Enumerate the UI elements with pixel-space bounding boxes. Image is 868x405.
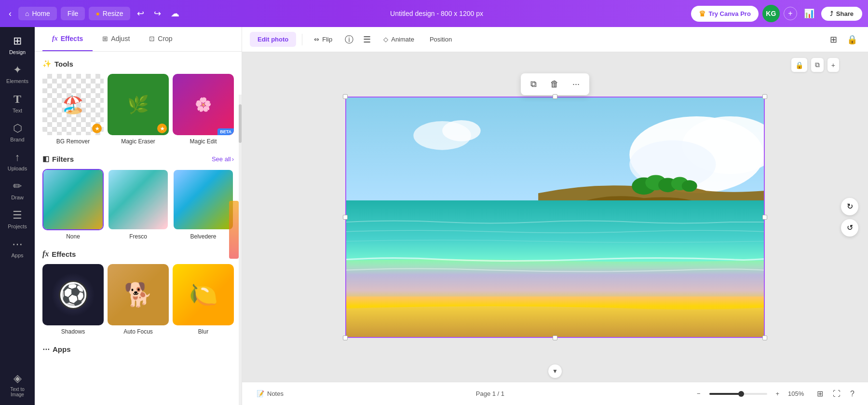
edit-photo-button[interactable]: Edit photo <box>250 32 296 47</box>
handle-bottom-right[interactable] <box>762 335 767 340</box>
sidebar-item-design[interactable]: ⊞ Design <box>2 31 33 59</box>
canvas-top-controls: 🔒 ⧉ + <box>791 58 839 72</box>
sidebar-item-brand[interactable]: ⬡ Brand <box>2 118 33 146</box>
align-button[interactable]: ☰ <box>360 31 374 48</box>
handle-bottom-left[interactable] <box>343 335 348 340</box>
zoom-slider[interactable] <box>709 393 767 395</box>
effects-grid: ⚽ Shadows 🐕 Auto Focus 🍋 <box>42 264 234 335</box>
sidebar-item-elements[interactable]: ✦ Elements <box>2 60 33 88</box>
tab-adjust[interactable]: ⊞ Adjust <box>93 27 139 51</box>
delete-button[interactable]: 🗑 <box>546 77 563 91</box>
undo-button[interactable]: ↩ <box>134 5 147 22</box>
redo-button[interactable]: ↪ <box>151 5 164 22</box>
sidebar-item-label: Design <box>9 49 26 55</box>
share-button[interactable]: ⤴ Share <box>821 7 862 21</box>
tab-effects[interactable]: fx Effects <box>42 27 93 51</box>
panel-scrollbar-thumb[interactable] <box>239 104 242 143</box>
crown-icon: ♛ <box>699 9 705 18</box>
filter-fresco[interactable]: Fresco <box>108 169 169 240</box>
duplicate-canvas-button[interactable]: ⧉ <box>811 58 824 72</box>
sidebar-item-projects[interactable]: ☰ Projects <box>2 205 33 233</box>
add-page-button[interactable]: + <box>827 58 839 72</box>
tool-magic-edit[interactable]: 🌸 BETA Magic Edit <box>173 74 234 145</box>
handle-top-right[interactable] <box>762 94 767 99</box>
sidebar-item-text-to-image[interactable]: ◈ Text to Image <box>2 368 33 401</box>
panel-tabs: fx Effects ⊞ Adjust ⊡ Crop <box>35 27 242 52</box>
lock-icon[interactable]: 🔒 <box>844 31 860 48</box>
apps-section-title[interactable]: ⋯ Apps <box>42 345 234 353</box>
handle-bottom-center[interactable] <box>553 335 557 340</box>
handle-middle-left[interactable] <box>343 215 348 220</box>
zoom-slider-thumb[interactable] <box>738 391 744 397</box>
filters-grid: None Fresco Belvedere <box>42 169 234 240</box>
refresh-button[interactable]: ↻ <box>841 198 858 215</box>
filter-color-strip <box>229 201 239 259</box>
context-menu: ⧉ 🗑 ··· <box>521 73 589 95</box>
tab-crop[interactable]: ⊡ Crop <box>139 27 182 51</box>
cloud-save-button[interactable]: ☁ <box>168 5 182 22</box>
brand-icon: ⬡ <box>13 122 22 135</box>
canvas-right-controls: ↻ ↺ <box>841 198 858 237</box>
animate-button[interactable]: ◇ Animate <box>378 33 420 46</box>
blur-thumb: 🍋 <box>173 264 234 325</box>
grid-view-button[interactable]: ⊞ <box>813 387 827 400</box>
magic-eraser-thumb: 🌿 ★ <box>108 74 169 135</box>
resize-button[interactable]: ● Resize <box>89 7 130 20</box>
view-buttons: ⊞ ⛶ ? <box>813 387 858 400</box>
filter-belvedere[interactable]: Belvedere <box>173 169 234 240</box>
filter-none[interactable]: None <box>42 169 104 240</box>
flip-button[interactable]: ⇔ Flip <box>308 33 338 46</box>
back-button[interactable]: ‹ <box>6 6 14 22</box>
toolbar-divider <box>302 34 302 45</box>
canvas-viewport[interactable]: 🔒 ⧉ + ⧉ 🗑 ··· <box>242 52 868 382</box>
notes-icon: 📝 <box>257 390 264 397</box>
add-collaborator-button[interactable]: + <box>784 7 797 20</box>
effect-blur[interactable]: 🍋 Blur <box>173 264 234 335</box>
home-button[interactable]: ⌂ Home <box>18 7 57 20</box>
sidebar-item-uploads[interactable]: ↑ Uploads <box>2 147 33 175</box>
main-layout: ⊞ Design ✦ Elements T Text ⬡ Brand ↑ Upl… <box>0 27 868 405</box>
help-button[interactable]: ? <box>846 387 858 400</box>
sidebar-item-draw[interactable]: ✏ Draw <box>2 176 33 204</box>
user-avatar[interactable]: KG <box>762 5 780 22</box>
filters-section-header: ◧ Filters See all › <box>42 154 234 163</box>
more-options-button[interactable]: ··· <box>569 77 583 91</box>
apps-section: ⋯ Apps <box>42 345 234 353</box>
text-to-image-icon: ◈ <box>14 372 22 385</box>
replace-button[interactable]: ⧉ <box>527 77 541 91</box>
chart-icon[interactable]: 📊 <box>801 5 817 22</box>
sidebar-item-text[interactable]: T Text <box>2 89 33 117</box>
filter-none-thumb <box>42 169 104 230</box>
effect-auto-focus[interactable]: 🐕 Auto Focus <box>108 264 169 335</box>
filters-see-all[interactable]: See all › <box>212 155 234 163</box>
canvas-image-container: ⧉ 🗑 ··· <box>345 97 765 338</box>
tool-magic-eraser[interactable]: 🌿 ★ Magic Eraser <box>108 74 169 145</box>
effect-shadows[interactable]: ⚽ Shadows <box>42 264 104 335</box>
canvas-area: Edit photo ⇔ Flip ⓘ ☰ ◇ Animate Position… <box>242 27 868 405</box>
notes-button[interactable]: 📝 Notes <box>252 387 288 400</box>
effects-section-title: fx Effects <box>42 250 234 258</box>
zoom-in-button[interactable]: + <box>771 387 785 400</box>
handle-top-center[interactable] <box>553 94 557 99</box>
zoom-out-button[interactable]: − <box>692 387 705 400</box>
svg-point-10 <box>682 180 697 192</box>
grid-view-icon[interactable]: ⊞ <box>827 31 840 48</box>
rotate-button[interactable]: ↺ <box>841 219 858 237</box>
sidebar-item-apps[interactable]: ⋯ Apps <box>2 234 33 262</box>
position-button[interactable]: Position <box>424 33 458 46</box>
filter-belvedere-thumb <box>173 169 234 230</box>
handle-middle-right[interactable] <box>762 215 767 220</box>
tools-grid: 🏖️ ★ BG Remover 🌿 ★ Magic Eraser <box>42 74 234 145</box>
collapse-button[interactable]: ▼ <box>548 364 562 378</box>
tool-bg-remover[interactable]: 🏖️ ★ BG Remover <box>42 74 104 145</box>
handle-top-left[interactable] <box>343 94 348 99</box>
fullscreen-button[interactable]: ⛶ <box>829 387 844 400</box>
lock-canvas-button[interactable]: 🔒 <box>791 58 807 72</box>
info-button[interactable]: ⓘ <box>342 31 356 48</box>
canvas-image[interactable] <box>345 97 765 338</box>
sidebar-item-label: Text <box>13 108 22 113</box>
panel-content: ✨ Tools 🏖️ ★ BG Remover 🌿 ★ <box>35 52 242 405</box>
try-canva-button[interactable]: ♛ Try Canva Pro <box>691 6 758 22</box>
file-button[interactable]: File <box>61 7 85 20</box>
sidebar-item-label: Elements <box>6 78 28 84</box>
